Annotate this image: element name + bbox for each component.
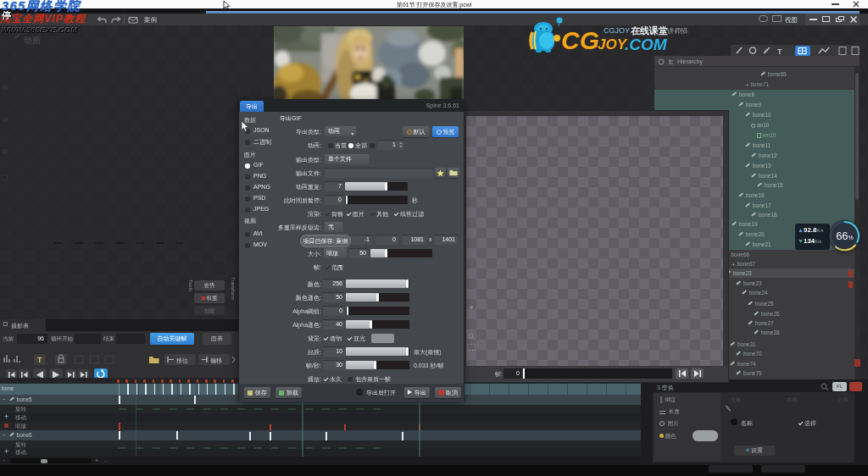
svg-text:讲师招募: 讲师招募 xyxy=(667,27,688,35)
svg-text:CGJOY: CGJOY xyxy=(604,26,630,35)
svg-text:移位: 移位 xyxy=(176,357,188,364)
svg-text:CG: CG xyxy=(561,26,599,54)
svg-text:.COM: .COM xyxy=(625,36,668,53)
svg-text:T: T xyxy=(37,356,42,364)
svg-text:T: T xyxy=(777,47,782,56)
svg-text:在线课堂: 在线课堂 xyxy=(630,25,668,36)
svg-text:偏移: 偏移 xyxy=(210,357,222,364)
svg-text:JOY: JOY xyxy=(598,36,628,53)
